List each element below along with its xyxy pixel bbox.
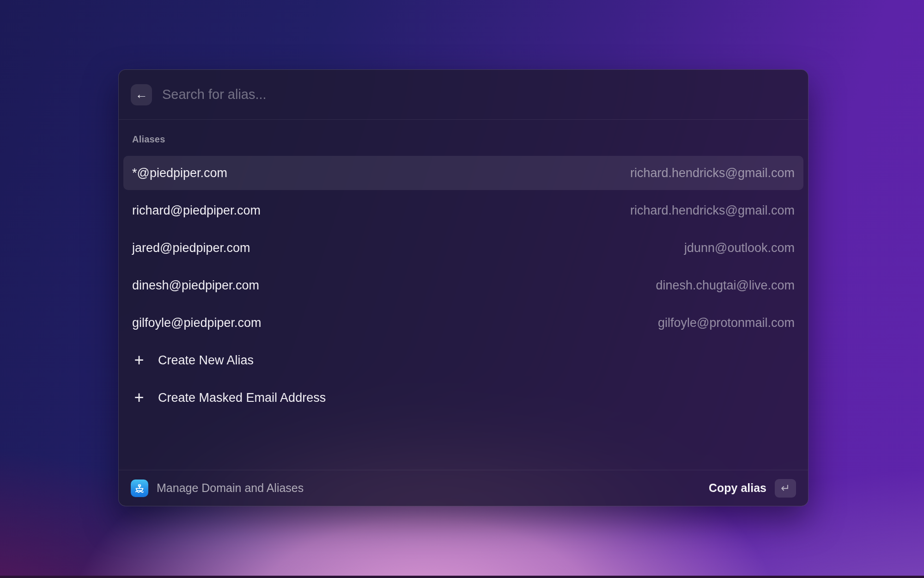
action-label: Create Masked Email Address bbox=[158, 391, 326, 405]
alias-row[interactable]: dinesh@piedpiper.com dinesh.chugtai@live… bbox=[123, 268, 803, 302]
back-arrow-icon: ← bbox=[135, 87, 148, 102]
alias-address: dinesh@piedpiper.com bbox=[132, 278, 259, 293]
alias-target-email: dinesh.chugtai@live.com bbox=[656, 278, 795, 293]
alias-address: jared@piedpiper.com bbox=[132, 241, 250, 255]
return-key-icon: ↵ bbox=[781, 482, 790, 495]
alias-launcher-window: ← Aliases *@piedpiper.com richard.hendri… bbox=[118, 69, 808, 506]
alias-address: *@piedpiper.com bbox=[132, 166, 227, 180]
ship-icon bbox=[131, 480, 148, 497]
alias-row[interactable]: jared@piedpiper.com jdunn@outlook.com bbox=[123, 231, 803, 265]
alias-address: richard@piedpiper.com bbox=[132, 203, 261, 218]
alias-target-email: richard.hendricks@gmail.com bbox=[630, 166, 795, 180]
action-label: Create New Alias bbox=[158, 353, 254, 368]
return-key[interactable]: ↵ bbox=[775, 479, 796, 498]
footer-command-label: Manage Domain and Aliases bbox=[157, 481, 700, 495]
footer-bar: Manage Domain and Aliases Copy alias ↵ bbox=[119, 470, 808, 506]
alias-address: gilfoyle@piedpiper.com bbox=[132, 316, 261, 330]
plus-icon: + bbox=[132, 353, 146, 367]
create-new-alias-button[interactable]: + Create New Alias bbox=[123, 343, 803, 377]
alias-target-email: richard.hendricks@gmail.com bbox=[630, 203, 795, 218]
create-masked-email-button[interactable]: + Create Masked Email Address bbox=[123, 381, 803, 415]
section-header-aliases: Aliases bbox=[132, 134, 803, 145]
plus-icon: + bbox=[132, 391, 146, 405]
alias-row[interactable]: *@piedpiper.com richard.hendricks@gmail.… bbox=[123, 156, 803, 190]
alias-target-email: gilfoyle@protonmail.com bbox=[658, 316, 795, 330]
results-list: Aliases *@piedpiper.com richard.hendrick… bbox=[119, 120, 808, 470]
search-bar: ← bbox=[119, 70, 808, 120]
back-button[interactable]: ← bbox=[131, 84, 152, 105]
search-input[interactable] bbox=[162, 87, 796, 102]
alias-row[interactable]: gilfoyle@piedpiper.com gilfoyle@protonma… bbox=[123, 306, 803, 340]
copy-alias-button[interactable]: Copy alias bbox=[709, 481, 766, 495]
alias-target-email: jdunn@outlook.com bbox=[684, 241, 795, 255]
empty-space bbox=[123, 418, 803, 470]
alias-row[interactable]: richard@piedpiper.com richard.hendricks@… bbox=[123, 193, 803, 228]
